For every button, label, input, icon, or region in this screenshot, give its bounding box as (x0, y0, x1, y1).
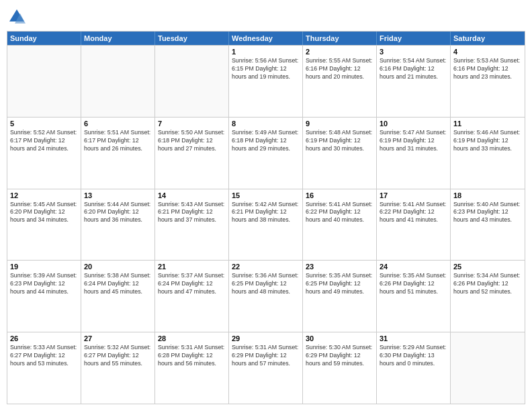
cell-daylight-info: Sunrise: 5:39 AM Sunset: 6:23 PM Dayligh… (10, 272, 78, 296)
cal-cell-day-31: 31Sunrise: 5:29 AM Sunset: 6:30 PM Dayli… (377, 332, 451, 404)
day-number: 13 (84, 191, 152, 199)
cell-daylight-info: Sunrise: 5:51 AM Sunset: 6:17 PM Dayligh… (84, 129, 152, 153)
header (7, 7, 525, 27)
cell-daylight-info: Sunrise: 5:35 AM Sunset: 6:25 PM Dayligh… (306, 272, 373, 296)
day-number: 8 (232, 120, 300, 128)
cell-daylight-info: Sunrise: 5:49 AM Sunset: 6:18 PM Dayligh… (232, 129, 300, 153)
cell-daylight-info: Sunrise: 5:45 AM Sunset: 6:20 PM Dayligh… (10, 201, 78, 225)
day-number: 18 (453, 191, 522, 199)
cell-daylight-info: Sunrise: 5:36 AM Sunset: 6:25 PM Dayligh… (232, 272, 300, 296)
header-day-tuesday: Tuesday (155, 32, 229, 45)
cell-daylight-info: Sunrise: 5:31 AM Sunset: 6:28 PM Dayligh… (158, 344, 226, 368)
day-number: 28 (158, 334, 226, 342)
day-number: 2 (306, 48, 373, 56)
cal-cell-day-17: 17Sunrise: 5:41 AM Sunset: 6:22 PM Dayli… (377, 189, 451, 261)
cell-daylight-info: Sunrise: 5:34 AM Sunset: 6:26 PM Dayligh… (453, 272, 522, 296)
cell-daylight-info: Sunrise: 5:48 AM Sunset: 6:19 PM Dayligh… (306, 129, 373, 153)
day-number: 4 (453, 48, 522, 56)
day-number: 3 (380, 48, 447, 56)
cell-daylight-info: Sunrise: 5:40 AM Sunset: 6:23 PM Dayligh… (453, 201, 522, 225)
cell-daylight-info: Sunrise: 5:41 AM Sunset: 6:22 PM Dayligh… (306, 201, 373, 225)
cal-cell-day-27: 27Sunrise: 5:32 AM Sunset: 6:27 PM Dayli… (81, 332, 155, 404)
cell-daylight-info: Sunrise: 5:50 AM Sunset: 6:18 PM Dayligh… (158, 129, 226, 153)
calendar-row-4: 26Sunrise: 5:33 AM Sunset: 6:27 PM Dayli… (7, 332, 525, 404)
cal-cell-day-21: 21Sunrise: 5:37 AM Sunset: 6:24 PM Dayli… (155, 261, 229, 332)
cell-daylight-info: Sunrise: 5:29 AM Sunset: 6:30 PM Dayligh… (380, 344, 447, 368)
cal-cell-day-7: 7Sunrise: 5:50 AM Sunset: 6:18 PM Daylig… (155, 118, 229, 189)
day-number: 6 (84, 120, 152, 128)
cal-cell-day-25: 25Sunrise: 5:34 AM Sunset: 6:26 PM Dayli… (451, 261, 525, 332)
day-number: 21 (158, 263, 226, 271)
cell-daylight-info: Sunrise: 5:44 AM Sunset: 6:20 PM Dayligh… (84, 201, 152, 225)
day-number: 7 (158, 120, 226, 128)
day-number: 29 (232, 334, 300, 342)
day-number: 24 (380, 263, 447, 271)
cal-cell-empty (451, 332, 525, 404)
cal-cell-day-6: 6Sunrise: 5:51 AM Sunset: 6:17 PM Daylig… (81, 118, 155, 189)
day-number: 19 (10, 263, 78, 271)
cal-cell-day-11: 11Sunrise: 5:46 AM Sunset: 6:19 PM Dayli… (451, 118, 525, 189)
calendar-row-2: 12Sunrise: 5:45 AM Sunset: 6:20 PM Dayli… (7, 189, 525, 261)
calendar-row-1: 5Sunrise: 5:52 AM Sunset: 6:17 PM Daylig… (7, 117, 525, 189)
cal-cell-day-2: 2Sunrise: 5:55 AM Sunset: 6:16 PM Daylig… (303, 46, 377, 117)
logo (7, 7, 30, 27)
header-day-monday: Monday (81, 32, 155, 45)
cal-cell-day-30: 30Sunrise: 5:30 AM Sunset: 6:29 PM Dayli… (303, 332, 377, 404)
cal-cell-day-14: 14Sunrise: 5:43 AM Sunset: 6:21 PM Dayli… (155, 189, 229, 261)
cell-daylight-info: Sunrise: 5:43 AM Sunset: 6:21 PM Dayligh… (158, 201, 226, 225)
day-number: 27 (84, 334, 152, 342)
calendar: SundayMondayTuesdayWednesdayThursdayFrid… (7, 31, 525, 404)
calendar-header: SundayMondayTuesdayWednesdayThursdayFrid… (7, 32, 525, 45)
cell-daylight-info: Sunrise: 5:56 AM Sunset: 6:15 PM Dayligh… (232, 57, 300, 81)
day-number: 10 (380, 120, 447, 128)
cal-cell-day-26: 26Sunrise: 5:33 AM Sunset: 6:27 PM Dayli… (7, 332, 81, 404)
cal-cell-day-16: 16Sunrise: 5:41 AM Sunset: 6:22 PM Dayli… (303, 189, 377, 261)
cal-cell-empty (7, 46, 81, 117)
cal-cell-day-15: 15Sunrise: 5:42 AM Sunset: 6:21 PM Dayli… (229, 189, 303, 261)
cell-daylight-info: Sunrise: 5:35 AM Sunset: 6:26 PM Dayligh… (380, 272, 447, 296)
day-number: 11 (453, 120, 522, 128)
cal-cell-day-13: 13Sunrise: 5:44 AM Sunset: 6:20 PM Dayli… (81, 189, 155, 261)
cal-cell-day-29: 29Sunrise: 5:31 AM Sunset: 6:29 PM Dayli… (229, 332, 303, 404)
cal-cell-day-20: 20Sunrise: 5:38 AM Sunset: 6:24 PM Dayli… (81, 261, 155, 332)
day-number: 9 (306, 120, 373, 128)
day-number: 16 (306, 191, 373, 199)
cell-daylight-info: Sunrise: 5:33 AM Sunset: 6:27 PM Dayligh… (10, 344, 78, 368)
cal-cell-day-28: 28Sunrise: 5:31 AM Sunset: 6:28 PM Dayli… (155, 332, 229, 404)
calendar-body: 1Sunrise: 5:56 AM Sunset: 6:15 PM Daylig… (7, 45, 525, 404)
cal-cell-day-24: 24Sunrise: 5:35 AM Sunset: 6:26 PM Dayli… (377, 261, 451, 332)
cal-cell-day-1: 1Sunrise: 5:56 AM Sunset: 6:15 PM Daylig… (229, 46, 303, 117)
cell-daylight-info: Sunrise: 5:30 AM Sunset: 6:29 PM Dayligh… (306, 344, 373, 368)
cal-cell-day-19: 19Sunrise: 5:39 AM Sunset: 6:23 PM Dayli… (7, 261, 81, 332)
day-number: 14 (158, 191, 226, 199)
cell-daylight-info: Sunrise: 5:46 AM Sunset: 6:19 PM Dayligh… (453, 129, 522, 153)
day-number: 23 (306, 263, 373, 271)
day-number: 30 (306, 334, 373, 342)
cal-cell-day-8: 8Sunrise: 5:49 AM Sunset: 6:18 PM Daylig… (229, 118, 303, 189)
cal-cell-empty (155, 46, 229, 117)
cell-daylight-info: Sunrise: 5:42 AM Sunset: 6:21 PM Dayligh… (232, 201, 300, 225)
calendar-row-0: 1Sunrise: 5:56 AM Sunset: 6:15 PM Daylig… (7, 45, 525, 117)
day-number: 31 (380, 334, 447, 342)
cal-cell-day-9: 9Sunrise: 5:48 AM Sunset: 6:19 PM Daylig… (303, 118, 377, 189)
day-number: 17 (380, 191, 447, 199)
header-day-friday: Friday (377, 32, 451, 45)
cal-cell-day-4: 4Sunrise: 5:53 AM Sunset: 6:16 PM Daylig… (451, 46, 525, 117)
cell-daylight-info: Sunrise: 5:54 AM Sunset: 6:16 PM Dayligh… (380, 57, 447, 81)
cell-daylight-info: Sunrise: 5:41 AM Sunset: 6:22 PM Dayligh… (380, 201, 447, 225)
header-day-wednesday: Wednesday (229, 32, 303, 45)
cal-cell-day-18: 18Sunrise: 5:40 AM Sunset: 6:23 PM Dayli… (451, 189, 525, 261)
day-number: 20 (84, 263, 152, 271)
cell-daylight-info: Sunrise: 5:52 AM Sunset: 6:17 PM Dayligh… (10, 129, 78, 153)
cell-daylight-info: Sunrise: 5:37 AM Sunset: 6:24 PM Dayligh… (158, 272, 226, 296)
day-number: 5 (10, 120, 78, 128)
page: SundayMondayTuesdayWednesdayThursdayFrid… (0, 0, 532, 411)
day-number: 26 (10, 334, 78, 342)
day-number: 25 (453, 263, 522, 271)
cell-daylight-info: Sunrise: 5:53 AM Sunset: 6:16 PM Dayligh… (453, 57, 522, 81)
cell-daylight-info: Sunrise: 5:55 AM Sunset: 6:16 PM Dayligh… (306, 57, 373, 81)
day-number: 1 (232, 48, 300, 56)
cell-daylight-info: Sunrise: 5:31 AM Sunset: 6:29 PM Dayligh… (232, 344, 300, 368)
header-day-thursday: Thursday (303, 32, 377, 45)
cal-cell-day-12: 12Sunrise: 5:45 AM Sunset: 6:20 PM Dayli… (7, 189, 81, 261)
